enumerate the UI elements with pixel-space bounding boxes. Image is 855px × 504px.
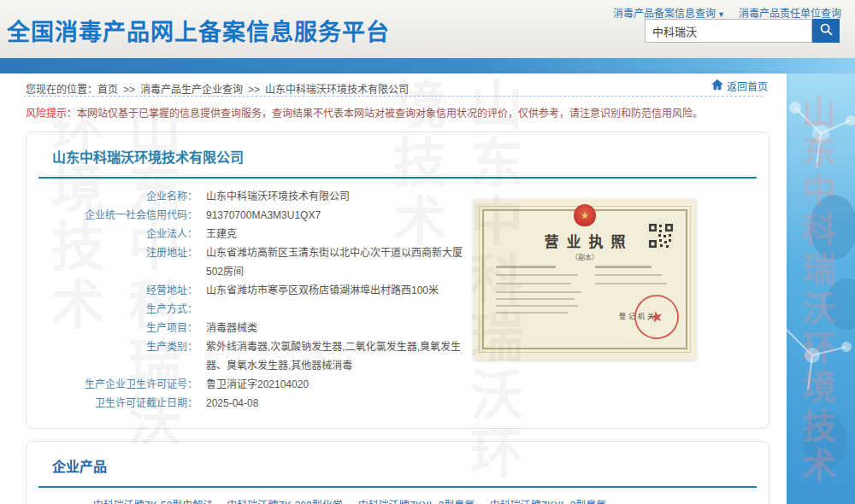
field-label: 企业统一社会信用代码： [27,206,198,225]
back-home-button[interactable]: 返回首页 [711,79,768,93]
field-value: 鲁卫消证字202104020 [206,375,309,394]
top-nav: 消毒产品备案信息查询▼消毒产品责任单位查询 [613,5,841,20]
field-row: 生产企业卫生许可证号：鲁卫消证字202104020 [27,375,769,394]
company-info-panel: 山东中科瑞沃环境技术有限公司 企业名称：山东中科瑞沃环境技术有限公司 企业统一社… [26,132,770,429]
risk-notice-prefix: 风险提示： [26,108,77,120]
search-box [645,19,840,43]
field-value: 山东省潍坊高新区玉清东街以北中心次干道以西商新大厦502房间 [206,243,463,281]
main-content: 您现在的位置：首页>>消毒产品生产企业查询>>山东中科瑞沃环境技术有限公司 返回… [0,73,787,504]
red-seal-icon: ★ [630,290,683,343]
page-header: 消毒产品备案信息查询▼消毒产品责任单位查询 全国消毒产品网上备案信息服务平台 [0,0,855,58]
field-label: 卫生许可证截止日期： [27,394,198,413]
field-value: 2025-04-08 [206,394,258,413]
home-icon [711,79,727,93]
field-value: 91370700MA3M3U1QX7 [206,206,321,225]
qr-code-icon [648,223,674,249]
site-title: 全国消毒产品网上备案信息服务平台 [7,14,390,47]
header-divider-bar [0,58,855,73]
field-label: 注册地址： [27,243,198,281]
search-icon [819,22,834,39]
field-value: 山东省潍坊市寒亭区双杨店镇湖淋埠出村路西100米 [206,281,439,300]
field-value: 消毒器械类 [206,319,257,337]
business-license-image: ★ 营业执照 （副本） [474,199,696,360]
panel-divider [38,177,757,179]
product-link[interactable]: 中科瑞沃牌ZKYL-3型臭氧紫外线消毒器 [486,498,610,504]
field-value: 紫外线消毒器,次氯酸钠发生器,二氧化氯发生器,臭氧发生器、臭氧水发生器,其他器械… [206,337,463,375]
product-link[interactable]: 中科瑞沃牌ZK-200型化学法二氧化氯发生器 [222,498,347,504]
dashed-separator [24,96,763,97]
field-label: 经营地址： [27,281,198,300]
breadcrumb-current: 山东中科瑞沃环境技术有限公司 [265,84,409,96]
products-panel: 企业产品 中科瑞沃牌ZK-50型电解法次氯酸钠发生器 中科瑞沃牌ZK-200型化… [26,441,770,504]
search-input[interactable] [645,19,812,43]
field-value: 王建克 [206,225,237,243]
national-emblem-icon: ★ [574,204,596,226]
field-label: 生产项目： [27,319,198,337]
nav-unit-query-link[interactable]: 消毒产品责任单位查询 [739,8,841,20]
field-label: 企业法人： [27,225,198,243]
field-label: 企业名称： [27,187,198,206]
products-list: 中科瑞沃牌ZK-50型电解法次氯酸钠发生器 中科瑞沃牌ZK-200型化学法二氧化… [91,498,769,504]
breadcrumb-prefix: 您现在的位置： [26,84,97,96]
field-label: 生产企业卫生许可证号： [27,375,198,394]
breadcrumb: 您现在的位置：首页>>消毒产品生产企业查询>>山东中科瑞沃环境技术有限公司 返回… [0,73,787,94]
risk-notice: 风险提示：本网站仅基于已掌握的信息提供查询服务，查询结果不代表本网站对被查询对象… [26,105,761,120]
license-subtitle: （副本） [484,252,686,261]
license-border: ★ 营业执照 （副本） [482,209,687,349]
risk-notice-text: 本网站仅基于已掌握的信息提供查询服务，查询结果不代表本网站对被查询对象信用状况的… [77,108,703,120]
company-title: 山东中科瑞沃环境技术有限公司 [27,132,769,167]
nav-record-query-link[interactable]: 消毒产品备案信息查询 [613,8,716,20]
field-row: 卫生许可证截止日期：2025-04-08 [27,394,769,413]
product-link[interactable]: 中科瑞沃牌ZKYL-3型臭氧发生器 [354,498,479,504]
breadcrumb-category-link[interactable]: 消毒产品生产企业查询 [140,84,243,96]
chevron-down-icon: ▼ [717,10,725,19]
search-button[interactable] [812,19,840,43]
field-value: 山东中科瑞沃环境技术有限公司 [206,187,350,206]
products-title: 企业产品 [27,442,769,476]
panel-divider [38,486,757,488]
field-label: 生产类别： [27,337,198,375]
breadcrumb-home-link[interactable]: 首页 [97,84,118,96]
molecule-decoration [787,73,855,504]
field-label: 生产方式： [27,300,198,319]
product-link[interactable]: 中科瑞沃牌ZK-50型电解法次氯酸钠发生器 [91,498,215,504]
